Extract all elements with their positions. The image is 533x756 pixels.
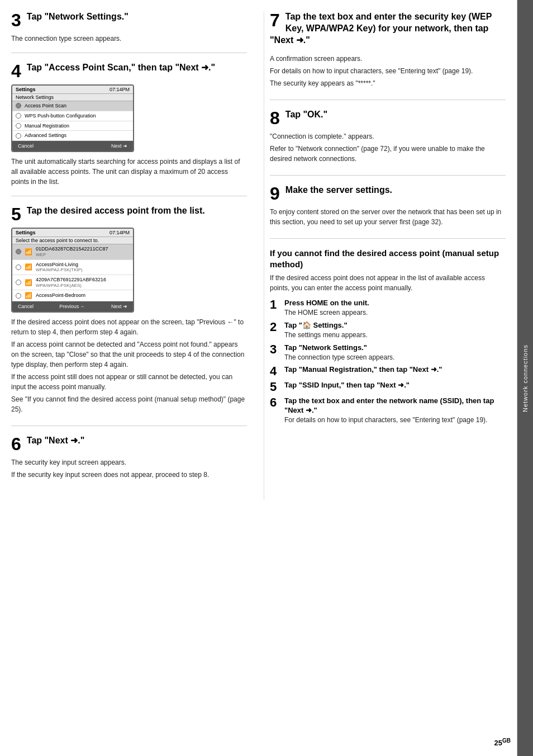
step-7-number: 7 <box>270 11 280 29</box>
step-7-body: A confirmation screen appears. For detai… <box>270 54 506 88</box>
manual-sub-step-1: 1 Press HOME on the unit. The HOME scree… <box>270 299 506 318</box>
step-8-block: 8 Tap "OK." "Connection is complete." ap… <box>270 109 506 176</box>
manual-sub-step-3: 3 Tap "Network Settings." The connection… <box>270 343 506 362</box>
radio-empty-2 <box>16 123 21 129</box>
step-3-body: The connection type screen appears. <box>11 34 247 44</box>
left-column: 3 Tap "Network Settings." The connection… <box>11 11 253 500</box>
step-5-prev-btn: Previous ← <box>57 303 88 310</box>
step-7-block: 7 Tap the text box and enter the securit… <box>270 11 506 100</box>
step-9-number: 9 <box>270 185 280 202</box>
screen-row-ap4: 📶 AccessPoint-Bedroom <box>12 290 133 301</box>
screen-row-manual: Manual Registration <box>12 121 133 131</box>
manual-setup-section: If you cannot find the desired access po… <box>270 248 506 437</box>
step-5-screen-footer: Cancel Previous ← Next ➜ <box>12 301 133 311</box>
radio-empty-ap2 <box>16 264 21 270</box>
step-5-screen-title: Settings <box>16 230 36 235</box>
page-number: 25GB <box>494 738 511 747</box>
manual-step-2-number: 2 <box>270 321 281 333</box>
manual-step-5-title: Tap "SSID Input," then tap "Next ➜." <box>284 381 506 390</box>
step-5-after-body: If the desired access point does not app… <box>11 317 247 414</box>
manual-step-1-body: The HOME screen appears. <box>284 308 506 318</box>
step-5-title: Tap the desired access point from the li… <box>11 205 247 217</box>
step-4-screen: Settings 07:14PM Network Settings Access… <box>11 84 134 152</box>
wifi-icon-3: 📶 <box>25 279 32 286</box>
step-9-title: Make the server settings. <box>270 185 506 196</box>
step-4-cancel-btn: Cancel <box>16 143 36 149</box>
screen-row-ap3: 📶 4209A7CB76912291ABF63216 WPA/WPA2-PSK(… <box>12 275 133 290</box>
step-6-title: Tap "Next ➜." <box>11 435 247 447</box>
radio-selected <box>16 103 21 108</box>
manual-step-4-number: 4 <box>270 365 281 377</box>
manual-sub-step-5: 5 Tap "SSID Input," then tap "Next ➜." <box>270 381 506 393</box>
step-4-screen-title: Settings <box>16 87 36 92</box>
step-6-block: 6 Tap "Next ➜." The security key input s… <box>11 435 247 491</box>
step-6-body: The security key input screen appears. I… <box>11 457 247 480</box>
screen-row-ap2: 📶 AccessPoint-Living WPA/WPA2-PSK(TKIP) <box>12 260 133 275</box>
manual-sub-step-6: 6 Tap the text box and enter the network… <box>270 396 506 425</box>
manual-step-6-number: 6 <box>270 396 281 409</box>
step-8-title: Tap "OK." <box>270 109 506 121</box>
manual-sub-step-4: 4 Tap "Manual Registration," then tap "N… <box>270 365 506 377</box>
step-4-screen-footer: Cancel Next ➜ <box>12 141 133 151</box>
wifi-icon-4: 📶 <box>25 292 32 299</box>
radio-empty <box>16 113 21 119</box>
step-5-block: 5 Tap the desired access point from the … <box>11 205 247 426</box>
manual-step-1-number: 1 <box>270 299 281 311</box>
manual-step-2-body: The settings menu appears. <box>284 330 506 340</box>
step-4-screen-time: 07:14PM <box>110 87 130 92</box>
screen-row-wps: WPS Push-button Configuration <box>12 111 133 121</box>
manual-setup-heading: If you cannot find the desired access po… <box>270 248 506 270</box>
manual-step-3-number: 3 <box>270 343 281 356</box>
manual-step-3-body: The connection type screen appears. <box>284 353 506 362</box>
step-8-number: 8 <box>270 109 280 127</box>
right-column: 7 Tap the text box and enter the securit… <box>264 11 506 500</box>
step-4-screen-subtitle: Network Settings <box>12 94 133 101</box>
step-4-after-body: The unit automatically starts searching … <box>11 157 247 187</box>
manual-step-6-title: Tap the text box and enter the network n… <box>284 396 506 415</box>
manual-setup-intro: If the desired access point does not app… <box>270 273 506 293</box>
manual-step-6-body: For details on how to input characters, … <box>284 415 506 425</box>
step-9-block: 9 Make the server settings. To enjoy con… <box>270 185 506 239</box>
radio-empty-ap4 <box>16 293 21 299</box>
step-8-body: "Connection is complete." appears. Refer… <box>270 131 506 164</box>
step-4-number: 4 <box>11 62 21 80</box>
screen-row-ap1: 📶 01DDA63287CB21542211CC87 WEP <box>12 244 133 259</box>
step-4-screen-header: Settings 07:14PM <box>12 86 133 94</box>
step-5-number: 5 <box>11 205 21 223</box>
step-4-block: 4 Tap "Access Point Scan," then tap "Nex… <box>11 62 247 196</box>
step-5-screen-time: 07:14PM <box>110 230 130 235</box>
side-tab-label: Network connections <box>517 0 533 756</box>
wifi-icon-2: 📶 <box>25 263 32 271</box>
screen-row-access-point-scan: Access Point Scan <box>12 101 133 111</box>
step-5-screen-header: Settings 07:14PM <box>12 229 133 237</box>
manual-step-4-title: Tap "Manual Registration," then tap "Nex… <box>284 365 506 375</box>
radio-empty-ap3 <box>16 280 21 285</box>
step-3-title: Tap "Network Settings." <box>11 11 247 23</box>
step-5-cancel-btn: Cancel <box>16 303 36 310</box>
step-9-body: To enjoy content stored on the server ov… <box>270 207 506 227</box>
manual-step-3-title: Tap "Network Settings." <box>284 343 506 353</box>
manual-step-5-number: 5 <box>270 381 281 393</box>
manual-step-2-title: Tap "🏠 Settings." <box>284 321 506 330</box>
step-4-next-btn: Next ➜ <box>109 143 130 149</box>
radio-empty-3 <box>16 133 21 139</box>
manual-step-1-title: Press HOME on the unit. <box>284 299 506 308</box>
wifi-icon-1: 📶 <box>25 248 32 256</box>
step-3-block: 3 Tap "Network Settings." The connection… <box>11 11 247 53</box>
step-5-screen: Settings 07:14PM Select the access point… <box>11 228 134 313</box>
step-3-number: 3 <box>11 11 21 29</box>
radio-selected-ap1 <box>16 249 21 254</box>
screen-row-advanced: Advanced Settings <box>12 131 133 141</box>
step-4-title: Tap "Access Point Scan," then tap "Next … <box>11 62 247 74</box>
step-5-screen-subtitle: Select the access point to connect to. <box>12 237 133 244</box>
manual-sub-step-2: 2 Tap "🏠 Settings." The settings menu ap… <box>270 321 506 340</box>
step-7-title: Tap the text box and enter the security … <box>270 11 506 46</box>
step-6-number: 6 <box>11 435 21 453</box>
step-5-next-btn: Next ➜ <box>109 303 130 310</box>
